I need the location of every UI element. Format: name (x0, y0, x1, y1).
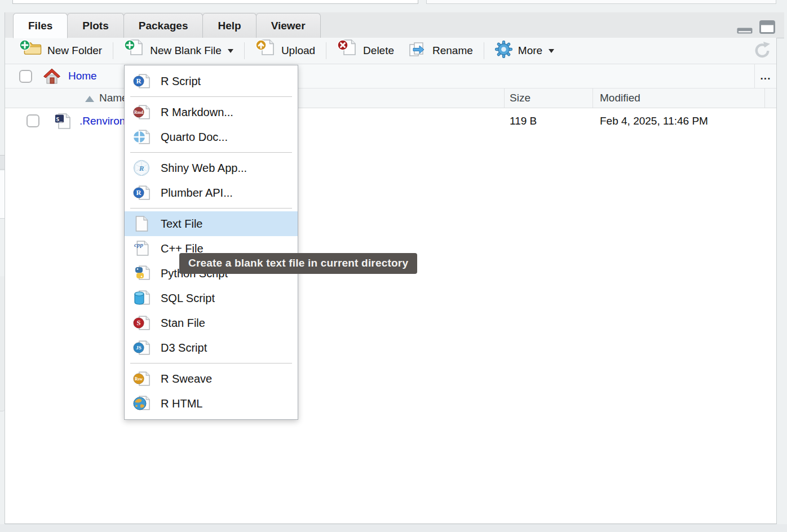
tab-label: Packages (139, 20, 188, 32)
column-header-modified[interactable]: Modified (600, 88, 640, 108)
menu-item-stan-file[interactable]: S Stan File (125, 311, 298, 335)
menu-item-plumber-api[interactable]: R Plumber API... (125, 180, 298, 205)
tab-files[interactable]: Files (13, 13, 68, 38)
r-sweave-icon: Rsw (133, 370, 150, 387)
left-pane-edge (0, 4, 5, 524)
more-button[interactable]: More (488, 38, 561, 64)
menu-item-text-file[interactable]: Text File (125, 211, 298, 236)
toolbar-button-label: New Folder (47, 45, 102, 57)
pane-window-controls (737, 20, 775, 36)
menu-item-sql-script[interactable]: SQL Script (125, 286, 298, 311)
menu-item-quarto-doc[interactable]: Quarto Doc... (125, 125, 298, 149)
delete-icon (337, 41, 357, 61)
menu-item-r-script[interactable]: R R Script (125, 69, 298, 94)
svg-text:Rmd: Rmd (134, 110, 144, 115)
file-name-link[interactable]: .Renviron (79, 108, 125, 134)
new-folder-button[interactable]: New Folder (12, 38, 109, 64)
menu-item-r-sweave[interactable]: Rsw R Sweave (125, 366, 298, 391)
file-size: 119 B (510, 108, 537, 134)
r-script-icon: R (133, 73, 150, 90)
select-all-checkbox[interactable] (19, 70, 32, 83)
column-divider (593, 88, 593, 108)
breadcrumb-more-button[interactable]: ... (754, 64, 776, 88)
tab-packages[interactable]: Packages (123, 13, 204, 38)
table-row: S_ .Renviron 119 B Feb 4, 2025, 11:46 PM (5, 108, 776, 134)
sort-ascending-icon (85, 96, 94, 102)
d3-script-icon: JS (133, 339, 150, 356)
new-blank-file-menu: R R Script Rmd R Markdown... Quarto Doc.… (124, 65, 298, 420)
files-toolbar: New Folder New Blank File Upload Delete … (5, 38, 776, 64)
python-script-icon (133, 265, 150, 282)
delete-button[interactable]: Delete (330, 38, 401, 64)
maximize-pane-icon[interactable] (759, 20, 775, 36)
column-header-name[interactable]: Name (85, 88, 128, 108)
toolbar-button-label: More (518, 45, 542, 57)
upload-button[interactable]: Upload (248, 38, 322, 64)
file-table-header: Name Size Modified (5, 88, 776, 108)
column-divider (764, 88, 765, 108)
file-modified: Feb 4, 2025, 11:46 PM (600, 108, 708, 134)
menu-item-r-html[interactable]: R HTML (125, 391, 298, 416)
minimize-pane-icon[interactable] (737, 26, 753, 36)
stan-file-icon: S (133, 314, 150, 331)
menu-item-label: D3 Script (161, 342, 207, 354)
rename-icon (409, 42, 427, 60)
window-bottom-strip (0, 524, 787, 532)
tab-help[interactable]: Help (202, 13, 256, 38)
sql-script-icon (133, 290, 150, 307)
chevron-down-icon (228, 49, 233, 56)
toolbar-separator (484, 42, 484, 59)
menu-item-label: Stan File (161, 317, 205, 330)
tooltip: Create a blank text file in current dire… (179, 253, 417, 274)
c-file-icon: cpp (133, 240, 150, 257)
left-pane-edge-segment (0, 276, 5, 411)
pane-above-right-edge (426, 0, 776, 4)
row-checkbox[interactable] (26, 114, 39, 127)
toolbar-separator (326, 42, 326, 59)
file-table-body: S_ .Renviron 119 B Feb 4, 2025, 11:46 PM (5, 108, 776, 524)
refresh-button[interactable] (752, 41, 771, 61)
menu-separator (130, 152, 292, 153)
menu-item-label: R Sweave (161, 373, 212, 385)
chevron-down-icon (549, 49, 554, 56)
rename-button[interactable]: Rename (401, 38, 480, 64)
pane-above-left-edge (12, 0, 418, 4)
menu-item-label: R HTML (161, 397, 202, 410)
menu-item-label: SQL Script (161, 292, 215, 305)
refresh-icon (752, 41, 771, 61)
column-header-size[interactable]: Size (510, 88, 530, 108)
menu-item-label: Quarto Doc... (161, 131, 228, 144)
breadcrumb-home-link[interactable]: Home (68, 64, 97, 88)
r-html-icon (133, 395, 150, 412)
menu-item-r-markdown[interactable]: Rmd R Markdown... (125, 100, 298, 125)
shiny-web-app-icon: R (133, 159, 150, 176)
menu-item-label: Text File (161, 218, 202, 230)
menu-item-label: R Script (161, 75, 201, 88)
new-blank-file-icon (124, 41, 144, 61)
column-divider (504, 88, 505, 108)
r-markdown-icon: Rmd (133, 104, 150, 121)
menu-item-label: Plumber API... (161, 187, 233, 200)
new-blank-file-button[interactable]: New Blank File (117, 38, 241, 64)
renviron-file-icon: S_ (55, 113, 71, 132)
svg-text:S: S (137, 319, 141, 327)
upload-icon (255, 41, 276, 61)
toolbar-button-label: Rename (432, 45, 473, 57)
menu-item-d3-script[interactable]: JS D3 Script (125, 335, 298, 360)
menu-item-label: Shiny Web App... (161, 162, 247, 175)
tab-viewer[interactable]: Viewer (256, 13, 321, 38)
tab-label: Help (218, 20, 241, 32)
svg-text:R: R (139, 164, 144, 172)
tab-label: Files (28, 20, 52, 32)
tab-label: Viewer (271, 20, 306, 32)
left-pane-edge-segment (0, 155, 5, 170)
menu-item-shiny-web-app[interactable]: R Shiny Web App... (125, 156, 298, 180)
tab-plots[interactable]: Plots (67, 13, 123, 38)
tab-label: Plots (82, 20, 108, 32)
text-file-icon (133, 215, 150, 232)
breadcrumb: Home ... (5, 64, 776, 88)
menu-separator (130, 96, 292, 97)
menu-separator (130, 208, 292, 209)
toolbar-separator (244, 42, 245, 59)
svg-text:R: R (136, 77, 142, 85)
